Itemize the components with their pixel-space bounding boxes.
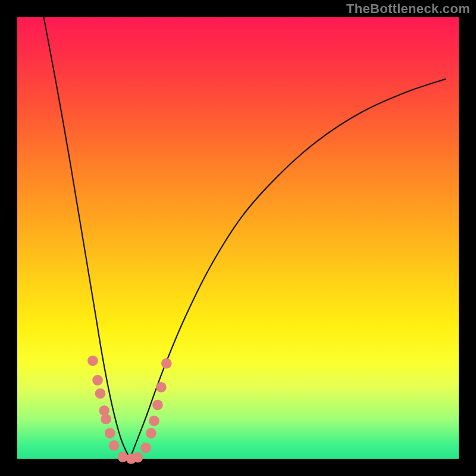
marker-dot	[140, 443, 151, 453]
attribution-label: TheBottleneck.com	[346, 1, 470, 17]
marker-dot	[87, 355, 98, 366]
marker-dot	[156, 382, 167, 393]
marker-dot	[146, 428, 156, 439]
curve-right-arm	[130, 79, 446, 459]
marker-dot	[95, 388, 106, 399]
chart-frame: TheBottleneck.com	[0, 0, 476, 476]
marker-dot	[109, 440, 120, 451]
marker-dot	[133, 452, 143, 463]
marker-dot	[105, 428, 115, 439]
marker-dot	[101, 414, 111, 424]
marker-dots-group	[87, 355, 172, 464]
chart-svg	[17, 17, 459, 459]
marker-dot	[92, 375, 103, 386]
marker-dot	[149, 415, 159, 426]
curve-left-arm	[44, 17, 130, 459]
plot-area	[17, 17, 459, 459]
marker-dot	[161, 358, 172, 369]
marker-dot	[152, 400, 163, 411]
